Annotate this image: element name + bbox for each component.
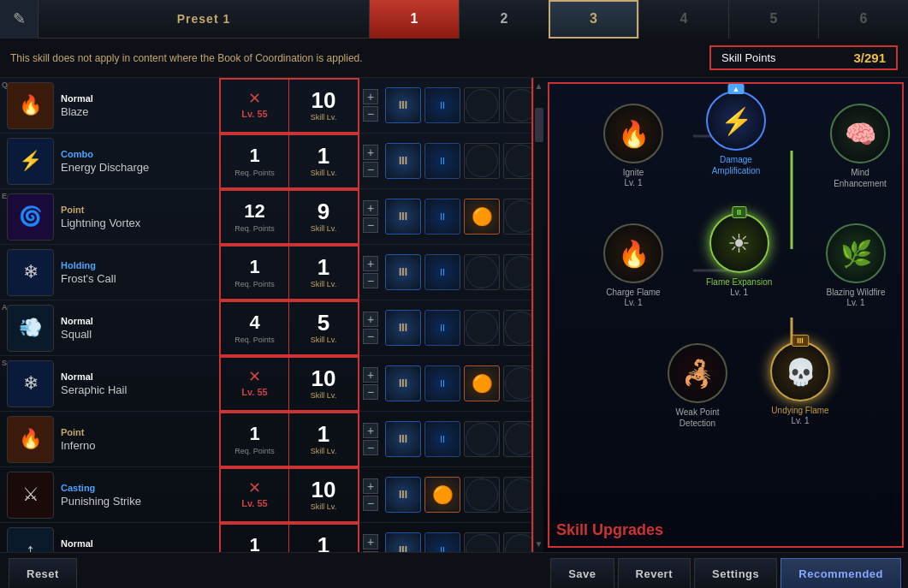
plus-button[interactable]: + bbox=[363, 478, 378, 494]
scroll-thumb[interactable] bbox=[535, 108, 543, 142]
recommended-button[interactable]: Recommended bbox=[780, 558, 901, 589]
gem-slot-empty[interactable] bbox=[503, 199, 533, 235]
gem-slot[interactable]: II bbox=[424, 365, 460, 401]
plus-button[interactable]: + bbox=[363, 200, 378, 216]
reset-button[interactable]: Reset bbox=[9, 558, 77, 589]
gem-slot[interactable]: III bbox=[385, 477, 421, 513]
plus-button[interactable]: + bbox=[363, 312, 378, 327]
gem-slot[interactable] bbox=[464, 254, 500, 290]
top-bar: ✎ Preset 1 1 2 3 4 5 6 bbox=[0, 0, 908, 39]
gem-slot[interactable]: III bbox=[385, 365, 421, 401]
tree-node-mind-enhance[interactable]: 🧠Mind Enhancement bbox=[830, 104, 890, 189]
tab-3[interactable]: 3 bbox=[549, 0, 638, 39]
minus-button[interactable]: − bbox=[363, 329, 378, 344]
node-label-damage-amp: Damage Amplification bbox=[712, 154, 761, 176]
minus-button[interactable]: − bbox=[363, 217, 378, 233]
minus-button[interactable]: − bbox=[363, 162, 378, 177]
tree-node-undying[interactable]: 💀IIIUndying FlameLv. 1 bbox=[770, 342, 830, 425]
skill-icon: 🔥 bbox=[7, 82, 54, 129]
gem-slot[interactable]: II bbox=[424, 532, 460, 552]
skill-row: S❄NormalSeraphic Hail✕Lv. 5510Skill Lv.+… bbox=[0, 356, 531, 412]
tab-5[interactable]: 5 bbox=[728, 0, 818, 39]
tab-4[interactable]: 4 bbox=[638, 0, 728, 39]
gem-slot[interactable]: III bbox=[385, 254, 421, 290]
minus-button[interactable]: − bbox=[363, 440, 378, 455]
gem-slot[interactable] bbox=[464, 310, 500, 346]
tree-node-flame-expand[interactable]: ☀IIFlame ExpansionLv. 1 bbox=[706, 213, 772, 297]
req-col: ✕Lv. 55 bbox=[221, 358, 289, 410]
plus-button[interactable]: + bbox=[363, 145, 378, 160]
gem-slot-empty[interactable] bbox=[503, 87, 533, 123]
gem-slot[interactable]: III bbox=[385, 143, 421, 179]
gem-slot[interactable]: 🟠 bbox=[464, 199, 500, 235]
skill-icon: ❄ bbox=[7, 360, 54, 407]
gem-slot[interactable]: II bbox=[424, 254, 460, 290]
minus-button[interactable]: − bbox=[363, 384, 378, 400]
gem-slot[interactable] bbox=[464, 87, 500, 123]
skill-icon: 🔥 bbox=[7, 416, 54, 463]
skill-info: PointLightning Vortex bbox=[61, 205, 219, 229]
gem-slot-empty[interactable] bbox=[503, 365, 533, 401]
req-value: 1 bbox=[249, 423, 259, 445]
req-value: 12 bbox=[244, 200, 264, 223]
minus-button[interactable]: − bbox=[363, 106, 378, 122]
gem-slot-empty[interactable] bbox=[503, 254, 533, 290]
gem-slot-empty[interactable] bbox=[503, 421, 533, 457]
req-label: Req. Points bbox=[234, 169, 275, 177]
gem-slot[interactable]: II bbox=[424, 310, 460, 346]
gem-slot-empty[interactable] bbox=[503, 477, 533, 513]
gem-slot[interactable] bbox=[464, 477, 500, 513]
skill-lv-num: 9 bbox=[318, 200, 329, 223]
skill-type: Normal bbox=[61, 371, 219, 382]
plus-button[interactable]: + bbox=[363, 367, 378, 383]
tab-1[interactable]: 1 bbox=[369, 0, 459, 39]
req-col: ✕Lv. 55 bbox=[221, 80, 289, 132]
gem-slot[interactable]: II bbox=[424, 87, 460, 123]
minus-button[interactable]: − bbox=[363, 551, 378, 552]
scrollbar[interactable]: ▲ ▼ bbox=[533, 78, 543, 552]
plus-button[interactable]: + bbox=[363, 423, 378, 438]
tree-node-weak-point[interactable]: 🦂Weak Point Detection bbox=[668, 343, 727, 429]
gem-slot[interactable] bbox=[464, 532, 500, 552]
gem-slot-empty[interactable] bbox=[503, 143, 533, 179]
notice-text: This skill does not apply in content whe… bbox=[10, 52, 363, 64]
gem-slot[interactable]: 🟠 bbox=[464, 365, 500, 401]
minus-button[interactable]: − bbox=[363, 273, 378, 288]
req-col: 1Req. Points bbox=[221, 246, 289, 299]
plus-button[interactable]: + bbox=[363, 89, 378, 104]
gem-slot[interactable]: III bbox=[385, 421, 421, 457]
plus-button[interactable]: + bbox=[363, 256, 378, 271]
skill-icon: ❄ bbox=[7, 249, 54, 296]
tab-6[interactable]: 6 bbox=[818, 0, 908, 39]
gem-slot[interactable] bbox=[464, 143, 500, 179]
tree-node-ignite[interactable]: 🔥IgniteLv. 1 bbox=[603, 104, 663, 187]
gem-slot[interactable]: II bbox=[424, 421, 460, 457]
gem-slot[interactable]: III bbox=[385, 87, 421, 123]
node-label-undying: Undying Flame bbox=[771, 405, 828, 416]
save-button[interactable]: Save bbox=[550, 558, 614, 589]
tab-buttons: 1 2 3 4 5 6 bbox=[369, 0, 908, 39]
skill-type: Normal bbox=[61, 538, 219, 549]
settings-button[interactable]: Settings bbox=[694, 558, 777, 589]
req-label: Req. Points bbox=[234, 336, 275, 344]
node-icon-ignite: 🔥 bbox=[603, 104, 663, 163]
gem-slot-empty[interactable] bbox=[503, 532, 533, 552]
revert-button[interactable]: Revert bbox=[618, 558, 691, 589]
minus-button[interactable]: − bbox=[363, 496, 378, 511]
skill-icon: ↑ bbox=[7, 527, 54, 553]
gem-slot[interactable]: II bbox=[424, 199, 460, 235]
plus-button[interactable]: + bbox=[363, 534, 378, 549]
gem-slot[interactable]: III bbox=[385, 199, 421, 235]
gem-slot[interactable]: III bbox=[385, 310, 421, 346]
tree-node-charge-flame[interactable]: 🔥Charge FlameLv. 1 bbox=[603, 223, 663, 307]
gem-slot[interactable]: II bbox=[424, 143, 460, 179]
skill-row: Q🔥NormalBlaze✕Lv. 5510Skill Lv.+−IIIII bbox=[0, 78, 531, 134]
tree-node-blazing[interactable]: 🌿Blazing WildfireLv. 1 bbox=[826, 223, 886, 307]
gem-slot[interactable]: III bbox=[385, 532, 421, 552]
gem-slot[interactable]: 🟠 bbox=[424, 477, 460, 513]
skill-info: NormalBlaze bbox=[61, 93, 219, 118]
tab-2[interactable]: 2 bbox=[459, 0, 549, 39]
tree-node-damage-amp[interactable]: ⚡▲Damage Amplification bbox=[706, 91, 766, 176]
gem-slot-empty[interactable] bbox=[503, 310, 533, 346]
gem-slot[interactable] bbox=[464, 421, 500, 457]
